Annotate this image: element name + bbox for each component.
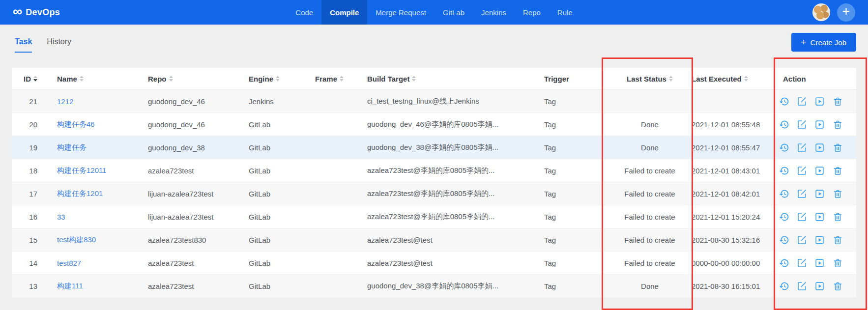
column-header-label: Last Executed [692,75,742,83]
nav-item-gitlab[interactable]: GitLab [434,0,473,25]
run-icon[interactable] [814,281,825,291]
run-icon[interactable] [814,258,825,268]
table-row[interactable]: 14 test827 azalea723test GitLab azalea72… [12,252,856,275]
delete-icon[interactable] [833,119,843,130]
sort-icon [276,76,280,82]
edit-icon[interactable] [797,258,807,268]
edit-icon[interactable] [797,96,807,107]
nav-item-repo[interactable]: Repo [515,0,549,25]
job-name-link[interactable]: 构建111 [57,282,83,290]
cell-trigger: Tag [536,182,603,205]
nav-item-merge-request[interactable]: Merge Request [367,0,434,25]
page: ∞ DevOps CodeCompileMerge RequestGitLabJ… [0,0,868,310]
edit-icon[interactable] [797,189,807,199]
avatar[interactable] [812,3,830,21]
cell-frame [307,182,359,205]
run-icon[interactable] [814,119,825,130]
caret-down-icon [80,79,84,82]
job-name-link[interactable]: test构建830 [57,235,96,244]
edit-icon[interactable] [797,166,807,176]
table-row[interactable]: 16 33 lijuan-azalea723test GitLab azalea… [12,205,856,228]
history-icon[interactable] [779,119,789,130]
cell-last-status: Failed to create [603,228,689,252]
job-name-link[interactable]: 构建任务 [57,143,87,151]
cell-last-executed: 2021-12-01 08:42:01 [689,182,775,205]
cell-id: 19 [12,136,49,159]
column-header-id[interactable]: ID [12,68,49,90]
job-name-link[interactable]: 33 [57,213,65,221]
cell-repo: guodong_dev_46 [140,113,241,136]
delete-icon[interactable] [833,281,843,291]
cell-frame [307,159,359,182]
create-job-button[interactable]: + Create Job [791,33,856,52]
cell-frame [307,136,359,159]
delete-icon[interactable] [833,212,843,222]
cell-last-status: Failed to create [603,159,689,182]
caret-up-icon [744,76,748,78]
add-button[interactable]: + [837,3,855,22]
plus-icon: + [801,37,807,47]
delete-icon[interactable] [833,166,843,176]
history-icon[interactable] [779,281,789,291]
history-icon[interactable] [779,258,789,268]
run-icon[interactable] [814,96,825,107]
column-header-label: Frame [315,75,337,83]
run-icon[interactable] [814,189,825,199]
table-row[interactable]: 13 构建111 azalea723test GitLab guodong_de… [12,275,856,298]
column-header-engine[interactable]: Engine [241,68,307,90]
column-header-repo[interactable]: Repo [140,68,241,90]
column-header-frame[interactable]: Frame [307,68,359,90]
job-name-link[interactable]: 1212 [57,97,73,106]
cell-actions [775,113,856,136]
delete-icon[interactable] [833,189,843,199]
nav-item-compile[interactable]: Compile [321,0,367,25]
column-header-last-status[interactable]: Last Status [603,68,689,90]
history-icon[interactable] [779,235,789,245]
history-icon[interactable] [779,189,789,199]
tab-history[interactable]: History [47,37,71,53]
caret-down-icon [669,79,673,82]
edit-icon[interactable] [797,142,807,153]
run-icon[interactable] [814,142,825,153]
delete-icon[interactable] [833,258,843,268]
job-name-link[interactable]: 构建任务1201 [57,189,103,197]
history-icon[interactable] [779,166,789,176]
cell-last-executed [689,90,775,113]
edit-icon[interactable] [797,212,807,222]
column-header-label: Repo [148,75,167,83]
cell-last-status [603,90,689,113]
table-row[interactable]: 19 构建任务 guodong_dev_38 GitLab guodong_de… [12,136,856,159]
cell-build-target: azalea723test@李娟的库0805李娟的... [359,182,536,205]
history-icon[interactable] [779,96,789,107]
column-header-name[interactable]: Name [49,68,140,90]
column-header-last-executed[interactable]: Last Executed [689,68,775,90]
nav-item-jenkins[interactable]: Jenkins [473,0,515,25]
job-name-link[interactable]: test827 [57,259,81,267]
table-row[interactable]: 18 构建任务12011 azalea723test GitLab azalea… [12,159,856,182]
caret-up-icon [276,76,280,78]
table-row[interactable]: 17 构建任务1201 lijuan-azalea723test GitLab … [12,182,856,205]
tab-task[interactable]: Task [15,37,32,53]
run-icon[interactable] [814,166,825,176]
job-name-link[interactable]: 构建任务12011 [57,166,107,174]
edit-icon[interactable] [797,119,807,130]
nav-item-code[interactable]: Code [287,0,321,25]
run-icon[interactable] [814,235,825,245]
table-row[interactable]: 21 1212 guodong_dev_46 Jenkins ci_test_t… [12,90,856,113]
delete-icon[interactable] [833,142,843,153]
history-icon[interactable] [779,212,789,222]
column-header-build-target[interactable]: Build Target [359,68,536,90]
cell-id: 20 [12,113,49,136]
delete-icon[interactable] [833,96,843,107]
table-row[interactable]: 20 构建任务46 guodong_dev_46 GitLab guodong_… [12,113,856,136]
nav-item-rule[interactable]: Rule [549,0,581,25]
table-row[interactable]: 15 test构建830 azalea723test830 GitLab aza… [12,228,856,252]
history-icon[interactable] [779,142,789,153]
delete-icon[interactable] [833,235,843,245]
edit-icon[interactable] [797,281,807,291]
job-name-link[interactable]: 构建任务46 [57,120,95,128]
run-icon[interactable] [814,212,825,222]
edit-icon[interactable] [797,235,807,245]
sort-icon [80,76,84,82]
cell-last-executed: 2021-12-01 15:20:24 [689,205,775,228]
